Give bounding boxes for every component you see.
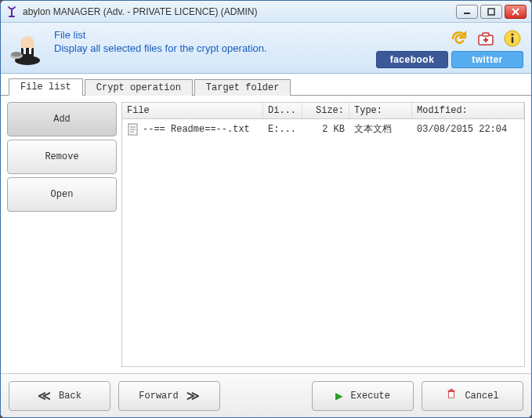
text-file-icon [127,123,139,136]
minimize-button[interactable] [456,5,478,19]
column-file[interactable]: File [122,103,263,118]
file-list-panel: File Di... Size: Type: Modified: --== Re… [121,102,525,367]
svg-rect-23 [448,391,455,392]
svg-rect-17 [512,37,513,43]
open-button[interactable]: Open [7,177,117,212]
svg-point-16 [511,33,513,35]
button-label: Forward [139,391,178,402]
cell-directory: E:... [263,122,302,136]
file-name: --== Readme==--.txt [143,124,250,135]
header-area: File list Display all selected files for… [1,23,531,74]
button-label: Cancel [465,391,498,402]
svg-rect-14 [483,39,488,41]
svg-rect-1 [488,9,494,15]
svg-rect-12 [483,33,489,36]
execute-button[interactable]: ▶ Execute [312,381,414,411]
column-type[interactable]: Type: [349,103,412,118]
content-area: Add Remove Open File Di... Size: Type: M… [1,96,531,373]
file-list-header: File Di... Size: Type: Modified: [122,103,524,119]
tab-file-list[interactable]: File list [9,78,83,96]
tab-label: Target folder [206,82,280,93]
column-modified[interactable]: Modified: [412,103,524,118]
tab-crypt-operation[interactable]: Crypt operation [85,79,193,96]
back-arrow-icon: ≪ [38,388,51,404]
tab-label: Crypt operation [96,82,181,93]
firstaid-icon[interactable] [475,27,497,49]
tabs-row: File list Crypt operation Target folder [1,77,531,96]
button-label: Back [59,391,81,402]
tab-target-folder[interactable]: Target folder [194,79,291,96]
svg-rect-8 [26,48,29,54]
add-button[interactable]: Add [7,102,117,136]
column-size[interactable]: Size: [302,103,349,118]
svg-point-10 [11,52,22,56]
facebook-button[interactable]: facebook [376,51,448,68]
button-label: Open [51,189,74,200]
column-directory[interactable]: Di... [263,103,302,118]
cancel-button[interactable]: Cancel [422,381,523,411]
table-row[interactable]: --== Readme==--.txt E:... 2 KB 文本文档 03/0… [122,119,524,139]
bottom-bar: ≪ Back Forward ≫ ▶ Execute Cancel [1,373,531,417]
tab-label: File list [20,82,71,93]
header-toolbar [448,27,523,49]
remove-button[interactable]: Remove [7,140,117,174]
facebook-label: facebook [390,54,435,65]
svg-rect-22 [449,391,454,398]
titlebar: abylon MANAGER (Adv. - PRIVATE LICENCE) … [1,1,531,23]
app-window: abylon MANAGER (Adv. - PRIVATE LICENCE) … [0,0,532,418]
back-button[interactable]: ≪ Back [9,381,110,411]
window-controls [456,5,527,19]
cell-modified: 03/08/2015 22:04 [412,122,524,136]
maximize-button[interactable] [480,5,502,19]
button-label: Add [53,114,71,125]
twitter-label: twitter [472,54,503,65]
social-buttons: facebook twitter [376,51,523,68]
window-title: abylon MANAGER (Adv. - PRIVATE LICENCE) … [23,6,456,17]
file-list-body[interactable]: --== Readme==--.txt E:... 2 KB 文本文档 03/0… [122,119,524,366]
refresh-icon[interactable] [448,27,470,49]
cell-size: 2 KB [302,122,349,136]
app-icon [5,5,18,18]
side-buttons: Add Remove Open [7,102,117,367]
info-icon[interactable] [501,27,523,49]
twitter-button[interactable]: twitter [451,51,523,68]
button-label: Remove [45,151,78,162]
close-button[interactable] [505,5,527,19]
button-label: Execute [351,391,390,402]
section-description: Display all selected files for the crypt… [54,42,289,54]
trash-icon [446,388,457,403]
mascot-icon [9,29,46,67]
forward-button[interactable]: Forward ≫ [118,381,220,411]
play-icon: ▶ [335,388,343,404]
svg-rect-24 [451,389,454,391]
cell-file: --== Readme==--.txt [122,122,263,137]
forward-arrow-icon: ≫ [186,388,200,404]
cell-type: 文本文档 [349,121,412,137]
